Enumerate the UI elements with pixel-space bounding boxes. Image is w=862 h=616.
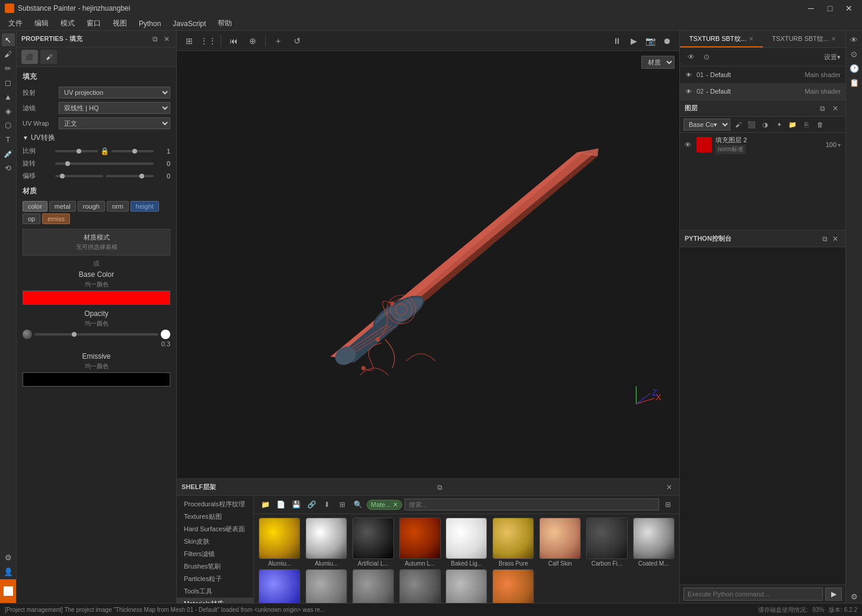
shelf-float-button[interactable]: ⧉ — [435, 482, 446, 493]
material-item-brass[interactable]: Brass Pure — [491, 518, 536, 567]
picker-tool-button[interactable]: 💉 — [2, 147, 15, 160]
material-item-copper[interactable]: Copper Pure — [491, 569, 536, 603]
sidebar-filters[interactable]: Filters滤镜 — [177, 548, 253, 560]
color-picker-button[interactable] — [0, 579, 16, 603]
opacity-slider[interactable] — [34, 333, 158, 336]
select-tool-button[interactable]: ↖ — [2, 33, 15, 46]
ts-tab-1-close[interactable]: ✕ — [749, 36, 753, 42]
layer-mode-select[interactable]: Base Co▾ — [683, 119, 730, 130]
python-close-button[interactable]: ✕ — [830, 234, 841, 244]
material-item-concrete1[interactable]: Concrete ... — [304, 569, 349, 603]
shelf-import-button[interactable]: ⬇ — [320, 498, 333, 511]
layer-eye-button[interactable]: 👁 — [685, 141, 693, 148]
scale-y-slider[interactable] — [112, 150, 154, 152]
material-item-autumn[interactable]: Autumn L... — [397, 518, 442, 567]
filter-select[interactable]: 双线性 | HQ — [59, 102, 170, 114]
sidebar-materials[interactable]: Materials材质 — [177, 598, 253, 603]
ts-entry-01-eye[interactable]: 👁 — [685, 71, 693, 79]
layer-mask-button[interactable]: ◑ — [759, 119, 771, 130]
emissive-swatch[interactable] — [23, 372, 170, 387]
shelf-search-input[interactable] — [405, 499, 659, 510]
menu-edit[interactable]: 编辑 — [28, 17, 55, 30]
erase-tool-button[interactable]: ◻ — [2, 76, 15, 89]
viewport-center-button[interactable]: ⊕ — [245, 33, 260, 49]
layer-paint-button[interactable]: 🖌 — [732, 119, 744, 130]
shelf-folder-button[interactable]: 📁 — [259, 498, 272, 511]
rt-info-button[interactable]: 📋 — [848, 76, 861, 89]
geometry-tool-button[interactable]: ⬡ — [2, 119, 15, 132]
sidebar-textures[interactable]: Textures贴图 — [177, 510, 253, 523]
rt-settings-button[interactable]: ⚙ — [848, 590, 861, 603]
shelf-filter-tag[interactable]: Mate... ✕ — [367, 500, 402, 510]
viewport-prev-button[interactable]: ⏮ — [226, 33, 241, 49]
close-button[interactable]: ✕ — [841, 2, 857, 15]
settings-tool-button[interactable]: ⚙ — [2, 551, 15, 564]
layer-fill-button[interactable]: ⬛ — [746, 119, 758, 130]
ts-eye-icon-button[interactable]: 👁 — [685, 50, 698, 63]
scale-x-slider[interactable] — [55, 150, 98, 152]
material-item-cobalt[interactable]: Cobalt Pure — [257, 569, 302, 603]
channel-op-button[interactable]: op — [23, 213, 40, 224]
menu-help[interactable]: 帮助 — [212, 17, 238, 30]
ts-tab-1[interactable]: TSXTURB SBT纹... ✕ — [680, 31, 763, 47]
layers-float-button[interactable]: ⧉ — [817, 103, 828, 114]
layers-close-button[interactable]: ✕ — [830, 103, 841, 114]
menu-file[interactable]: 文件 — [2, 17, 28, 30]
material-item-concrete3[interactable]: Concrete ... — [397, 569, 442, 603]
material-item-baked[interactable]: Baked Lig... — [444, 518, 489, 567]
sidebar-brushes[interactable]: Brushes笔刷 — [177, 560, 253, 573]
sidebar-hard-surfaces[interactable]: Hard Surfaces硬表面 — [177, 523, 253, 535]
python-input[interactable] — [683, 588, 823, 601]
material-selector[interactable]: 材质 — [641, 56, 675, 69]
channel-metal-button[interactable]: metal — [49, 201, 76, 212]
viewport-canvas[interactable]: X Z 材质 — [177, 51, 679, 484]
text-tool-button[interactable]: T — [2, 133, 15, 146]
sidebar-skin[interactable]: Skin皮肤 — [177, 535, 253, 548]
ts-tab-2[interactable]: TSXTURB SBT纹... ✕ — [763, 31, 846, 47]
uv-transform-header[interactable]: ▼ UV转换 — [23, 133, 170, 143]
viewport-add-button[interactable]: + — [271, 33, 286, 49]
maximize-button[interactable]: □ — [822, 2, 838, 15]
panel-float-button[interactable]: ⧉ — [150, 34, 160, 44]
channel-emiss-button[interactable]: emiss — [42, 213, 70, 224]
layer-delete-button[interactable]: 🗑 — [814, 119, 826, 130]
viewport-screenshot-button[interactable]: ⏺ — [659, 33, 675, 49]
python-float-button[interactable]: ⧉ — [819, 234, 830, 244]
ts-settings-button[interactable]: 设置▾ — [824, 50, 841, 63]
material-item-coated[interactable]: Coated M... — [631, 518, 676, 567]
layer-effect-button[interactable]: ✦ — [773, 119, 785, 130]
menu-python[interactable]: Python — [133, 18, 167, 29]
viewport-pause-button[interactable]: ⏸ — [609, 33, 625, 49]
material-item-concrete2[interactable]: Concrete ... — [351, 569, 396, 603]
shelf-new-button[interactable]: 📄 — [274, 498, 287, 511]
python-run-button[interactable]: ▶ — [825, 588, 842, 601]
fill-tool-button[interactable]: ▲ — [2, 90, 15, 103]
smudge-tool-button[interactable]: ✏ — [2, 62, 15, 75]
viewport-camera-button[interactable]: 📷 — [642, 33, 658, 49]
channel-height-button[interactable]: height — [131, 201, 159, 212]
material-item-aluminium2[interactable]: Alumiu... — [304, 518, 349, 567]
paint-tool-button[interactable]: 🖌 — [2, 47, 15, 60]
menu-mode[interactable]: 模式 — [55, 17, 81, 30]
rt-history2-button[interactable]: 🕐 — [848, 62, 861, 75]
minimize-button[interactable]: ─ — [803, 2, 819, 15]
material-item-aluminium1[interactable]: Alumiu... — [257, 518, 302, 567]
shelf-save-button[interactable]: 💾 — [290, 498, 303, 511]
menu-view[interactable]: 视图 — [107, 17, 133, 30]
viewport-play-button[interactable]: ▶ — [626, 33, 641, 49]
offset-y-slider[interactable] — [106, 175, 154, 177]
menu-javascript[interactable]: JavaScript — [167, 18, 212, 29]
channel-rough-button[interactable]: rough — [78, 201, 105, 212]
layer-duplicate-button[interactable]: ⎘ — [800, 119, 812, 130]
shelf-grid-view-button[interactable]: ⊞ — [661, 498, 675, 511]
menu-window[interactable]: 窗口 — [81, 17, 107, 30]
material-item-calfskin[interactable]: Calf Skin — [538, 518, 583, 567]
ts-eye2-icon-button[interactable]: ⊙ — [700, 50, 713, 63]
panel-tab-fill[interactable]: ⬛ — [21, 50, 38, 64]
material-item-artificial[interactable]: Artificial L... — [351, 518, 396, 567]
shelf-link-button[interactable]: 🔗 — [305, 498, 318, 511]
user-tool-button[interactable]: 👤 — [2, 565, 15, 578]
rotation-slider[interactable] — [55, 162, 154, 165]
rt-history-button[interactable]: 👁 — [848, 33, 861, 46]
sidebar-procedurals[interactable]: Procedurals程序纹理 — [177, 498, 253, 510]
